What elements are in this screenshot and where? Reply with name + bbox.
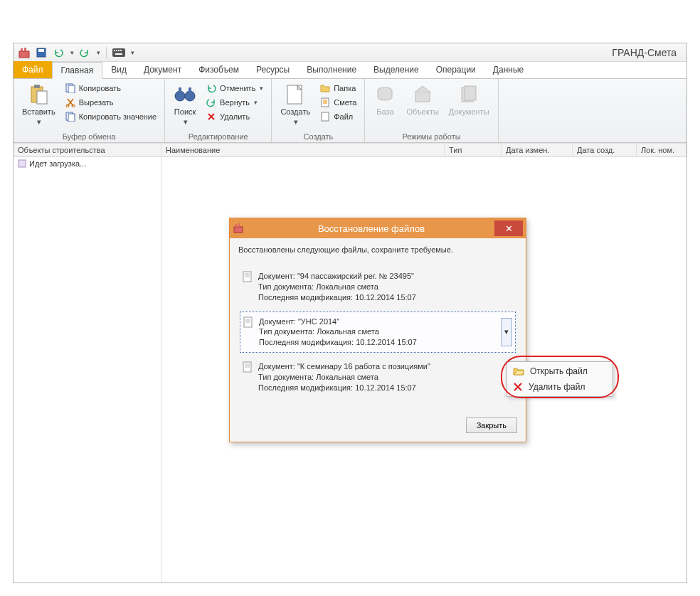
expand-dropdown[interactable]: ▾ <box>501 318 512 346</box>
col-created[interactable]: Дата созд. <box>573 144 637 156</box>
svg-rect-12 <box>34 85 40 88</box>
paste-label: Вставить <box>22 107 55 116</box>
left-pane: Объекты строительства Идет загрузка... <box>14 144 161 582</box>
save-icon[interactable] <box>35 46 48 59</box>
left-pane-header: Объекты строительства <box>14 144 161 157</box>
paste-icon <box>27 83 50 106</box>
create-button[interactable]: Создать ▾ <box>277 82 313 127</box>
dialog-title: Восстановление файлов <box>248 223 494 234</box>
undo-dropdown[interactable]: ▾ <box>70 49 74 56</box>
svg-rect-0 <box>19 51 29 58</box>
group-clipboard: Вставить ▾ Копировать Вырезать Копироват… <box>14 79 165 142</box>
svg-rect-7 <box>116 50 117 51</box>
col-loc[interactable]: Лок. ном. <box>637 144 686 156</box>
redo-button[interactable]: Вернуть▾ <box>203 96 265 109</box>
svg-rect-32 <box>234 227 243 233</box>
keyboard-icon[interactable] <box>112 46 125 59</box>
tab-resources[interactable]: Ресурсы <box>248 61 298 78</box>
open-folder-icon <box>513 366 524 376</box>
svg-rect-1 <box>21 48 23 51</box>
tab-execution[interactable]: Выполнение <box>298 61 365 78</box>
file-tab[interactable]: Файл <box>14 61 52 78</box>
col-modified[interactable]: Дата измен. <box>502 144 573 156</box>
base-button: База <box>371 82 399 117</box>
document-item-selected[interactable]: Документ: "УНС 2014" Тип документа: Лока… <box>240 312 516 353</box>
context-menu: Открыть файл Удалить файл <box>507 361 613 397</box>
column-headers: Наименование Тип Дата измен. Дата созд. … <box>161 144 686 157</box>
delete-button[interactable]: Удалить <box>203 110 265 123</box>
search-button[interactable]: Поиск ▾ <box>171 82 199 127</box>
tab-operations[interactable]: Операции <box>428 61 484 78</box>
svg-rect-25 <box>322 98 329 107</box>
doc-icon <box>243 316 253 328</box>
doc-icon <box>243 361 253 373</box>
restore-files-dialog: Восстановление файлов ✕ Восстановлены сл… <box>229 218 526 442</box>
undo-button[interactable]: Отменить▾ <box>203 82 265 95</box>
tab-main[interactable]: Главная <box>52 62 103 79</box>
dialog-close-button[interactable]: ✕ <box>494 220 523 236</box>
undo-small-icon <box>206 83 217 94</box>
ribbon-tabstrip: Файл Главная Вид Документ Физобъем Ресур… <box>14 62 686 79</box>
group-modes-label: Режимы работы <box>371 131 492 141</box>
undo-icon[interactable] <box>52 46 65 59</box>
cut-icon <box>65 97 76 108</box>
context-delete-file[interactable]: Удалить файл <box>509 379 611 395</box>
tab-selection[interactable]: Выделение <box>365 61 428 78</box>
folder-button[interactable]: Папка <box>317 82 359 95</box>
col-name[interactable]: Наименование <box>161 144 445 156</box>
loading-item: Идет загрузка... <box>14 157 161 170</box>
qat-customize[interactable]: ▾ <box>131 49 134 56</box>
loading-icon <box>18 159 26 168</box>
tab-view[interactable]: Вид <box>102 61 135 78</box>
svg-rect-19 <box>68 114 75 122</box>
group-editing: Поиск ▾ Отменить▾ Вернуть▾ Удалить Редак… <box>165 79 272 142</box>
svg-rect-9 <box>120 50 122 51</box>
dialog-icon <box>233 223 244 234</box>
svg-rect-26 <box>322 112 329 121</box>
document-item[interactable]: Документ: "К семинару 16 работа с позици… <box>240 357 516 398</box>
group-editing-label: Редактирование <box>171 131 265 141</box>
delete-x-icon <box>513 382 523 392</box>
svg-rect-23 <box>189 87 191 93</box>
svg-rect-28 <box>415 92 430 102</box>
tab-data[interactable]: Данные <box>484 61 532 78</box>
tab-fizobem[interactable]: Физобъем <box>190 61 248 78</box>
new-doc-icon <box>284 83 307 106</box>
copy-button[interactable]: Копировать <box>63 82 159 95</box>
paste-button[interactable]: Вставить ▾ <box>19 82 58 127</box>
estimate-button[interactable]: Смета <box>317 96 359 109</box>
dialog-message: Восстановлены следующие файлы, сохраните… <box>238 245 517 254</box>
cut-button[interactable]: Вырезать <box>63 96 159 109</box>
redo-small-icon <box>206 97 217 108</box>
ribbon-body: Вставить ▾ Копировать Вырезать Копироват… <box>14 79 686 143</box>
svg-rect-6 <box>114 50 115 51</box>
col-type[interactable]: Тип <box>445 144 502 156</box>
dialog-titlebar: Восстановление файлов ✕ <box>230 218 526 238</box>
group-create-label: Создать <box>277 131 359 141</box>
redo-dropdown[interactable]: ▾ <box>97 49 100 56</box>
document-item[interactable]: Документ: "94 пассажирский рег. № 23495"… <box>240 267 516 307</box>
file-button[interactable]: Файл <box>317 110 359 123</box>
context-open-file[interactable]: Открыть файл <box>509 363 611 379</box>
copy-value-icon <box>65 111 76 122</box>
svg-rect-2 <box>24 48 26 51</box>
svg-rect-34 <box>238 223 240 227</box>
app-icon[interactable] <box>18 46 31 59</box>
copy-icon <box>65 83 76 94</box>
folder-icon <box>319 83 331 94</box>
svg-rect-8 <box>118 50 120 51</box>
dialog-close-footer-button[interactable]: Закрыть <box>466 417 517 433</box>
document-list: Документ: "94 пассажирский рег. № 23495"… <box>238 260 517 405</box>
svg-rect-33 <box>235 224 237 227</box>
delete-icon <box>206 111 217 122</box>
base-icon <box>373 83 396 106</box>
redo-icon[interactable] <box>78 46 91 59</box>
quick-access-toolbar: ▾ ▾ ▾ ГРАНД-Смета <box>14 43 686 62</box>
documents-button: Документы <box>446 82 492 117</box>
svg-rect-10 <box>115 53 122 55</box>
svg-rect-4 <box>38 49 44 52</box>
tab-document[interactable]: Документ <box>135 61 190 78</box>
copy-value-button[interactable]: Копировать значение <box>63 110 159 123</box>
group-clipboard-label: Буфер обмена <box>19 131 159 141</box>
documents-icon <box>457 83 480 106</box>
